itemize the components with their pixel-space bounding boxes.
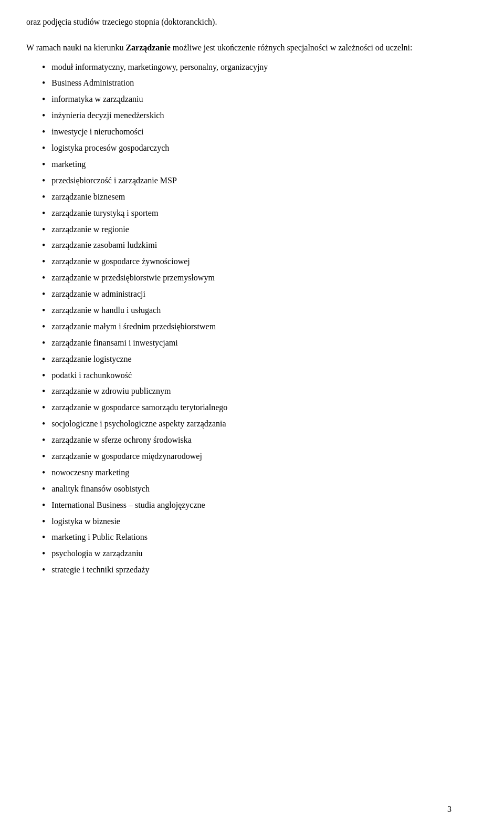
list-item: logistyka procesów gospodarczych [42, 142, 478, 156]
list-item: informatyka w zarządzaniu [42, 93, 478, 107]
list-item: zarządzanie w regionie [42, 223, 478, 237]
list-item: socjologiczne i psychologiczne aspekty z… [42, 418, 478, 432]
list-item: strategie i techniki sprzedaży [42, 563, 478, 578]
list-item: marketing i Public Relations [42, 531, 478, 545]
list-item: zarządzanie w sferze ochrony środowiska [42, 434, 478, 448]
intro-text: oraz podjęcia studiów trzeciego stopnia … [26, 16, 478, 28]
list-item: analityk finansów osobistych [42, 483, 478, 497]
list-item: zarządzanie w zdrowiu publicznym [42, 385, 478, 399]
list-item: zarządzanie w gospodarce międzynarodowej [42, 450, 478, 464]
list-item: zarządzanie w administracji [42, 288, 478, 302]
list-item: zarządzanie turystyką i sportem [42, 207, 478, 221]
list-item: inwestycje i nieruchomości [42, 126, 478, 140]
list-item: zarządzanie finansami i inwestycjami [42, 337, 478, 351]
paragraph-start: W ramach nauki na kierunku [26, 43, 125, 52]
list-item: zarządzanie w handlu i usługach [42, 304, 478, 318]
list-item: zarządzanie w gospodarce samorządu teryt… [42, 401, 478, 415]
list-item: Business Administration [42, 77, 478, 91]
list-item: nowoczesny marketing [42, 466, 478, 481]
list-item: przedsiębiorczość i zarządzanie MSP [42, 174, 478, 189]
list-item: psychologia w zarządzaniu [42, 547, 478, 561]
list-item: logistyka w biznesie [42, 515, 478, 529]
specializations-list: moduł informatyczny, marketingowy, perso… [42, 61, 478, 578]
keyword: Zarządzanie [125, 43, 170, 52]
page-number: 3 [447, 805, 452, 814]
list-item: marketing [42, 158, 478, 172]
list-item: International Business – studia anglojęz… [42, 499, 478, 513]
list-item: zarządzanie w przedsiębiorstwie przemysł… [42, 272, 478, 286]
paragraph-end: możliwe jest ukończenie różnych specjaln… [171, 43, 413, 52]
list-item: zarządzanie logistyczne [42, 353, 478, 367]
list-item: moduł informatyczny, marketingowy, perso… [42, 61, 478, 75]
list-item: zarządzanie w gospodarce żywnościowej [42, 255, 478, 269]
list-item: zarządzanie biznesem [42, 191, 478, 205]
list-item: inżynieria decyzji menedżerskich [42, 109, 478, 123]
list-item: podatki i rachunkowość [42, 369, 478, 383]
main-paragraph: W ramach nauki na kierunku Zarządzanie m… [26, 41, 478, 55]
page-wrapper: oraz podjęcia studiów trzeciego stopnia … [26, 16, 478, 814]
list-item: zarządzanie zasobami ludzkimi [42, 239, 478, 253]
list-item: zarządzanie małym i średnim przedsiębior… [42, 320, 478, 335]
